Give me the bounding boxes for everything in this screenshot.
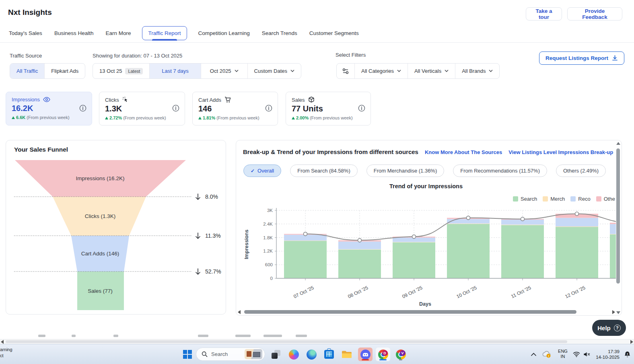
notifications-tray-icon[interactable]: z <box>621 348 633 361</box>
question-mark-icon: ? <box>614 325 621 331</box>
scroll-up-arrow[interactable] <box>616 142 620 145</box>
tab-earn-more[interactable]: Earn More <box>105 27 132 40</box>
bar-segment-merch <box>501 224 544 225</box>
tab-traffic-report[interactable]: Traffic Report <box>142 26 187 40</box>
legend-item[interactable]: Merch <box>543 196 565 202</box>
y-axis-label: Impressions <box>244 230 249 259</box>
page-scrollbar-thumb[interactable] <box>6 340 567 343</box>
traffic-source-all-traffic[interactable]: All Traffic <box>10 64 44 78</box>
legend-item[interactable]: Others <box>596 196 615 202</box>
taskbar-search-input[interactable]: Search <box>196 348 265 361</box>
sales-funnel-card: Your Sales Funnel Impressions (16.2K) Cl… <box>6 140 226 315</box>
check-icon: ✓ <box>251 168 255 174</box>
legend-swatch <box>543 196 548 202</box>
all-verticals-dropdown[interactable]: All Verticals <box>408 64 455 78</box>
all-verticals-text: All Verticals <box>414 68 441 74</box>
filter-settings-icon[interactable] <box>337 64 354 78</box>
svg-text:Sales (77): Sales (77) <box>88 288 113 294</box>
traffic-source-flipkart-ads[interactable]: Flipkart Ads <box>44 64 85 78</box>
tab-competition-learning[interactable]: Competition Learning <box>198 27 251 40</box>
metric-delta-suffix: (From previous week) <box>27 115 69 120</box>
provide-feedback-button[interactable]: Provide Feedback <box>567 7 622 21</box>
copilot-button[interactable] <box>286 348 301 361</box>
tab-customer-segments[interactable]: Customer Segments <box>309 27 360 40</box>
folder-icon <box>342 350 352 359</box>
scroll-down-arrow[interactable] <box>616 311 620 314</box>
chevron-down-icon <box>235 70 239 72</box>
info-icon[interactable] <box>358 105 365 112</box>
metric-card-impressions[interactable]: Impressions 16.2K 6.6K (From previous we… <box>6 92 92 125</box>
tab-business-health[interactable]: Business Health <box>54 27 95 40</box>
legend-item[interactable]: Search <box>513 196 537 202</box>
svg-text:0: 0 <box>270 276 273 281</box>
pill-others[interactable]: Others (2.49%) <box>556 165 606 177</box>
search-icon <box>202 351 208 357</box>
breakup-title: Break-up & Trend of your Impressions fro… <box>243 148 418 155</box>
vertical-scrollbar[interactable] <box>615 142 621 314</box>
svg-text:3K: 3K <box>267 208 273 213</box>
duration-custom-dates-dropdown[interactable]: Custom Dates <box>247 64 301 78</box>
duration-latest-date[interactable]: 13 Oct 25 Latest <box>93 64 149 78</box>
discord-button[interactable] <box>358 348 373 361</box>
svg-text:07 Oct '25: 07 Oct '25 <box>292 285 315 300</box>
pill-from-merchandise[interactable]: From Merchandise (1.36%) <box>366 165 445 177</box>
scrollbar-thumb[interactable] <box>244 310 576 314</box>
wifi-tray-icon[interactable] <box>571 348 582 361</box>
horizontal-scrollbar[interactable] <box>238 309 615 315</box>
onedrive-tray-icon[interactable]: ! <box>541 348 553 361</box>
chrome-profile-d-button[interactable]: D <box>376 348 390 361</box>
duration-last-7-days[interactable]: Last 7 days <box>149 64 201 78</box>
traffic-source-label: Traffic Source <box>10 53 42 59</box>
request-listings-report-button[interactable]: Request Listings Report <box>539 51 624 65</box>
page-scroll-left-arrow[interactable] <box>1 340 4 344</box>
task-view-button[interactable] <box>269 348 283 361</box>
tray-time: 17:39 <box>596 349 620 354</box>
microsoft-store-button[interactable] <box>322 348 336 361</box>
windows-taskbar: arning ct Search <box>0 344 634 364</box>
metric-delta: 2.72% <box>109 115 122 120</box>
file-explorer-button[interactable] <box>340 348 354 361</box>
page-scroll-right-arrow[interactable] <box>630 340 633 344</box>
language-indicator[interactable]: ENGIN <box>556 349 570 359</box>
start-button[interactable] <box>180 348 195 361</box>
traffic-source-toggle: All Traffic Flipkart Ads <box>10 63 85 79</box>
scrollbar-thumb[interactable] <box>616 148 620 284</box>
scroll-left-arrow[interactable] <box>238 310 241 314</box>
drop-arrow-icon <box>196 194 200 274</box>
info-icon[interactable] <box>79 105 86 112</box>
metric-delta-suffix: (From previous week) <box>310 115 352 120</box>
pill-from-search[interactable]: From Search (84.58%) <box>290 165 358 177</box>
all-categories-dropdown[interactable]: All Categories <box>354 64 408 78</box>
legend-item[interactable]: Reco <box>570 196 590 202</box>
scroll-right-arrow[interactable] <box>612 310 615 314</box>
metric-label: Sales <box>292 97 305 103</box>
all-brands-dropdown[interactable]: All Brands <box>455 64 499 78</box>
windows-logo-icon <box>183 350 192 359</box>
info-icon[interactable] <box>265 105 272 112</box>
tab-todays-sales[interactable]: Today's Sales <box>8 27 43 40</box>
info-icon[interactable] <box>172 105 179 112</box>
chrome-profile-v-button[interactable]: V <box>393 348 408 361</box>
pill-from-recommendations[interactable]: From Recommendations (11.57%) <box>453 165 547 177</box>
month-text: Oct 2025 <box>210 68 231 74</box>
svg-text:!: ! <box>548 354 549 358</box>
take-a-tour-button[interactable]: Take a tour <box>526 7 562 21</box>
pill-label: From Search (84.58%) <box>297 168 350 174</box>
sales-funnel-chart: Impressions (16.2K) Clicks (1.3K) Cart A… <box>6 155 226 314</box>
tray-chevron-up[interactable] <box>528 348 539 361</box>
page-horizontal-scrollbar[interactable] <box>0 339 634 344</box>
volume-tray-icon[interactable] <box>582 348 592 361</box>
tab-search-trends[interactable]: Search Trends <box>261 27 298 40</box>
edge-button[interactable] <box>304 348 319 361</box>
drop-rate-impressions-clicks: 8.0% <box>205 193 218 200</box>
know-more-link[interactable]: Know More About The Sources <box>425 149 502 155</box>
metric-card-clicks[interactable]: Clicks 1.3K 2.72% (From previous week) <box>99 92 185 125</box>
clock-tray[interactable]: 17:39 14-10-2025 <box>596 349 620 360</box>
search-highlight-image[interactable] <box>245 349 262 359</box>
metric-card-sales[interactable]: Sales 77 Units 2.00% (From previous week… <box>286 92 371 125</box>
pill-overall[interactable]: ✓ Overall <box>243 165 281 177</box>
view-listings-link[interactable]: View Listings Level Impressions Break-up <box>508 149 613 155</box>
legend-label: Search <box>521 196 537 202</box>
duration-month-dropdown[interactable]: Oct 2025 <box>201 64 247 78</box>
metric-card-cart-adds[interactable]: Cart Adds 146 1.81% (From previous week) <box>192 92 278 125</box>
